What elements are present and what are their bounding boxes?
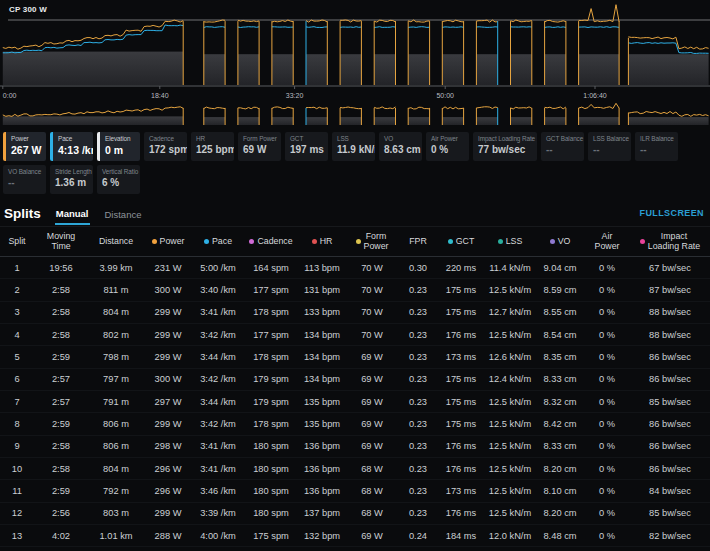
table-cell: 300 W <box>144 374 192 384</box>
table-cell: 173 ms <box>438 352 484 362</box>
metric-tiles-row2: VO Balance--Stride Length1.36 mVertical … <box>0 165 710 194</box>
table-row[interactable]: 82:59806 m299 W3:42 /km178 spm135 bpm69 … <box>0 413 710 435</box>
table-cell: 803 m <box>88 508 144 518</box>
table-cell: 136 bpm <box>298 441 346 451</box>
header-cell-form-power[interactable]: FormPower <box>346 232 398 252</box>
tile-value: 125 bpm <box>196 144 229 155</box>
header-cell-cadence[interactable]: Cadence <box>244 237 298 247</box>
tile-lss-balance[interactable]: LSS Balance-- <box>588 132 631 161</box>
tile-impact-loading-rate[interactable]: Impact Loading Rate77 bw/sec <box>473 132 537 161</box>
tile-label: Form Power <box>243 135 276 142</box>
tile-gct-balance[interactable]: GCT Balance-- <box>541 132 584 161</box>
table-cell: 3:41 /km <box>192 441 244 451</box>
table-cell: 797 m <box>88 374 144 384</box>
table-row[interactable]: 122:56803 m299 W3:39 /km180 spm137 bpm68… <box>0 503 710 525</box>
header-cell-fpr[interactable]: FPR <box>398 237 438 247</box>
table-cell: 69 W <box>346 397 398 407</box>
tile-vertical-ratio[interactable]: Vertical Ratio6 % <box>97 165 140 194</box>
table-row[interactable]: 147:591.49 km218 W5:21 /km164 spm113 bpm… <box>0 547 710 551</box>
table-cell: 177 spm <box>244 285 298 295</box>
table-cell: 12.5 kN/m <box>484 419 536 429</box>
tab-distance[interactable]: Distance <box>104 203 143 224</box>
table-cell: 806 m <box>88 419 144 429</box>
table-cell: 175 spm <box>244 531 298 541</box>
chart-overview[interactable] <box>0 102 710 128</box>
table-cell: 811 m <box>88 285 144 295</box>
table-row[interactable]: 102:58804 m296 W3:41 /km180 spm136 bpm68… <box>0 458 710 480</box>
splits-title: Splits <box>4 206 41 221</box>
table-row[interactable]: 22:58811 m300 W3:40 /km177 spm131 bpm70 … <box>0 279 710 301</box>
table-cell: 8.35 cm <box>536 352 584 362</box>
tile-pace[interactable]: Pace4:13 /km <box>50 132 93 161</box>
header-cell-gct[interactable]: GCT <box>438 237 484 247</box>
table-cell: 2:58 <box>34 285 88 295</box>
table-cell: 184 ms <box>438 531 484 541</box>
header-cell-pace[interactable]: Pace <box>192 237 244 247</box>
tile-label: Power <box>11 135 41 142</box>
table-row[interactable]: 32:58804 m299 W3:41 /km178 spm133 bpm70 … <box>0 302 710 324</box>
header-cell-split[interactable]: Split <box>0 237 34 247</box>
table-cell: 2:59 <box>34 352 88 362</box>
table-cell: 8.54 cm <box>536 330 584 340</box>
table-cell: 131 bpm <box>298 285 346 295</box>
tile-power[interactable]: Power267 W <box>3 132 46 161</box>
table-row[interactable]: 62:57797 m300 W3:42 /km179 spm134 bpm69 … <box>0 369 710 391</box>
series-dot-icon <box>356 239 361 244</box>
header-cell-vo[interactable]: VO <box>536 237 584 247</box>
tile-vo[interactable]: VO8.63 cm <box>379 132 422 161</box>
tile-form-power[interactable]: Form Power69 W <box>238 132 281 161</box>
tile-ilr-balance[interactable]: ILR Balance-- <box>635 132 678 161</box>
header-cell-air-power[interactable]: AirPower <box>584 232 630 252</box>
table-row[interactable]: 42:58802 m299 W3:42 /km177 spm134 bpm70 … <box>0 324 710 346</box>
tile-air-power[interactable]: Air Power0 % <box>426 132 469 161</box>
tile-value: -- <box>546 144 579 155</box>
table-body: 119:563.99 km231 W5:00 /km164 spm113 bpm… <box>0 257 710 551</box>
table-row[interactable]: 92:58806 m298 W3:41 /km180 spm136 bpm69 … <box>0 436 710 458</box>
power-chart-canvas[interactable]: 0:0018:4033:2050:001:06:40 <box>0 0 710 100</box>
header-cell-distance[interactable]: Distance <box>88 237 144 247</box>
tile-label: Cadence <box>149 135 182 142</box>
table-cell: 0 % <box>584 263 630 273</box>
chart-overview-canvas[interactable] <box>0 102 710 128</box>
fullscreen-button[interactable]: FULLSCREEN <box>640 208 705 218</box>
power-chart[interactable]: 0:0018:4033:2050:001:06:40 CP 300 W <box>0 0 710 100</box>
table-cell: 8.10 cm <box>536 486 584 496</box>
tile-value: 4:13 /km <box>58 144 88 156</box>
table-row[interactable]: 112:59792 m296 W3:46 /km180 spm136 bpm68… <box>0 480 710 502</box>
table-cell: 0.24 <box>398 531 438 541</box>
tile-lss[interactable]: LSS11.9 kN/m <box>332 132 375 161</box>
tile-hr[interactable]: HR125 bpm <box>191 132 234 161</box>
tile-value: 0 % <box>431 144 464 155</box>
header-cell-moving-time[interactable]: MovingTime <box>34 232 88 252</box>
tab-manual[interactable]: Manual <box>55 202 90 225</box>
metric-tiles-row1: Power267 WPace4:13 /kmElevation0 mCadenc… <box>0 132 710 161</box>
table-cell: 0.23 <box>398 285 438 295</box>
header-cell-impact-loading-rate[interactable]: ImpactLoading Rate <box>630 232 710 252</box>
table-row[interactable]: 119:563.99 km231 W5:00 /km164 spm113 bpm… <box>0 257 710 279</box>
tile-stride-length[interactable]: Stride Length1.36 m <box>50 165 93 194</box>
tile-gct[interactable]: GCT197 ms <box>285 132 328 161</box>
header-label: Cadence <box>257 237 292 247</box>
header-cell-power[interactable]: Power <box>144 237 192 247</box>
table-cell: 86 bw/sec <box>630 352 710 362</box>
table-row[interactable]: 52:59798 m299 W3:44 /km178 spm134 bpm69 … <box>0 346 710 368</box>
table-row[interactable]: 72:57791 m297 W3:44 /km179 spm135 bpm69 … <box>0 391 710 413</box>
table-cell: 12.6 kN/m <box>484 352 536 362</box>
tile-cadence[interactable]: Cadence172 spm <box>144 132 187 161</box>
table-cell: 8.33 cm <box>536 441 584 451</box>
header-label: GCT <box>456 237 475 247</box>
tile-elevation[interactable]: Elevation0 m <box>97 132 140 161</box>
table-cell: 3.99 km <box>88 263 144 273</box>
table-cell: 3:42 /km <box>192 330 244 340</box>
header-cell-lss[interactable]: LSS <box>484 237 536 247</box>
table-row[interactable]: 134:021.01 km288 W4:00 /km175 spm132 bpm… <box>0 525 710 547</box>
series-dot-icon <box>152 239 157 244</box>
table-cell: 178 spm <box>244 307 298 317</box>
table-cell: 178 spm <box>244 419 298 429</box>
table-cell: 86 bw/sec <box>630 441 710 451</box>
header-cell-hr[interactable]: HR <box>298 237 346 247</box>
table-cell: 69 W <box>346 531 398 541</box>
table-cell: 0 % <box>584 486 630 496</box>
tile-vo-balance[interactable]: VO Balance-- <box>3 165 46 194</box>
table-cell: 8.20 cm <box>536 464 584 474</box>
